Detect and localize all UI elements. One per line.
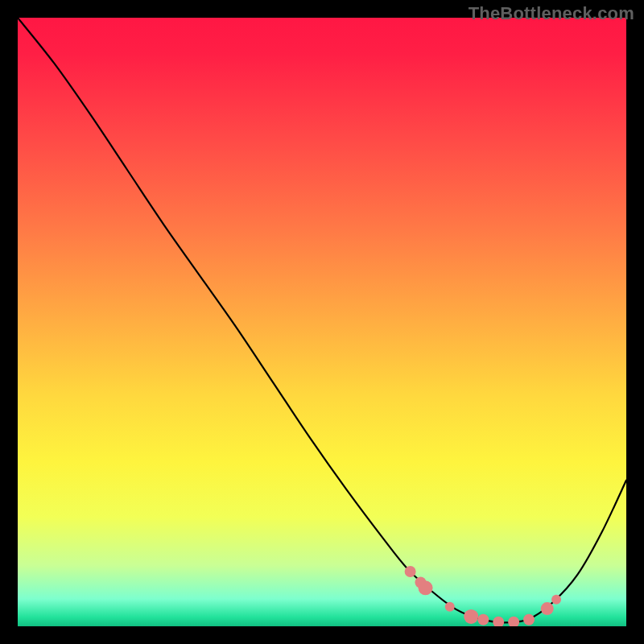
marker-dot — [445, 602, 455, 612]
marker-dot — [523, 614, 535, 625]
plot-area — [18, 18, 626, 626]
chart-background — [18, 18, 626, 626]
chart-svg — [18, 18, 626, 626]
marker-dot — [464, 609, 478, 624]
marker-dot — [551, 595, 561, 605]
marker-dot — [541, 602, 554, 615]
watermark-text: TheBottleneck.com — [469, 3, 634, 24]
marker-dot — [419, 580, 433, 595]
marker-dot — [477, 614, 489, 625]
marker-dot — [405, 566, 416, 577]
chart-frame: TheBottleneck.com — [0, 0, 644, 644]
